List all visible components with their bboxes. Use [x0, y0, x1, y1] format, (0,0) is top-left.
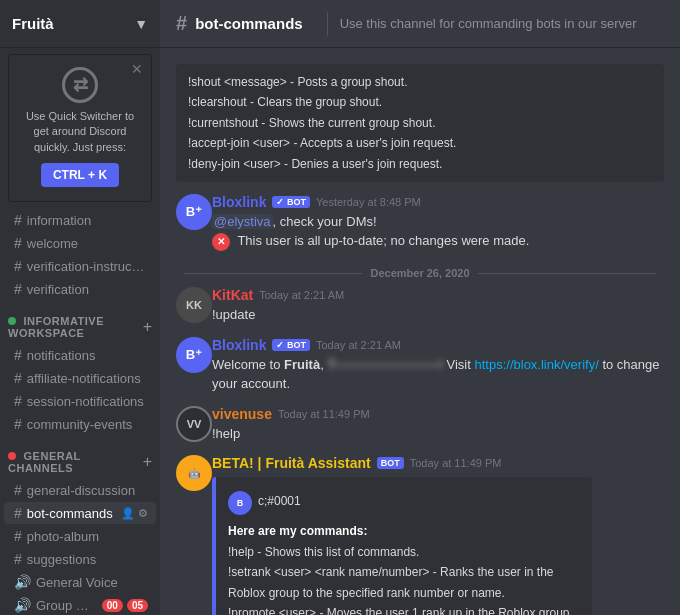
sidebar-item-bot-commands[interactable]: # bot-commands 👤 ⚙ [4, 502, 156, 524]
channel-header-description: Use this channel for commanding bots in … [340, 16, 637, 31]
quick-switcher-button[interactable]: CTRL + K [41, 163, 119, 187]
message-header: Bloxlink ✓ BOT Today at 2:21 AM [212, 337, 664, 353]
header-divider [327, 12, 328, 36]
hash-icon: # [14, 281, 22, 297]
message-author: KitKat [212, 287, 253, 303]
channel-label: affiliate-notifications [27, 371, 148, 386]
channel-label: suggestions [27, 552, 148, 567]
message-timestamp: Today at 2:21 AM [259, 289, 344, 301]
channel-header-name: bot-commands [195, 15, 303, 32]
message-group-beta: 🤖 BETA! | Fruità Assistant BOT Today at … [176, 455, 664, 615]
error-icon: ✕ [212, 233, 230, 251]
close-icon[interactable]: ✕ [131, 61, 143, 77]
mention: @elystiva [212, 214, 273, 229]
server-name: Fruità [12, 15, 54, 32]
message-header: vivenuse Today at 11:49 PM [212, 406, 664, 422]
message-content: vivenuse Today at 11:49 PM !help [212, 406, 664, 444]
channel-label: verification-instructions [27, 259, 148, 274]
hash-icon: # [14, 416, 22, 432]
message-header: Bloxlink ✓ BOT Yesterday at 8:48 PM [212, 194, 664, 210]
avatar: VV [176, 406, 212, 442]
header-hash-icon: # [176, 12, 187, 35]
message-author: Bloxlink [212, 194, 266, 210]
nested-embed: B c;#0001 [228, 491, 580, 515]
message-text-suffix: , check your DMs! [273, 214, 377, 229]
embed-content: Here are my commands: !help - Shows this… [228, 521, 580, 615]
message-header: BETA! | Fruità Assistant BOT Today at 11… [212, 455, 664, 471]
add-channel-icon[interactable]: + [143, 453, 152, 471]
hash-icon: # [14, 482, 22, 498]
quick-switcher-text: Use Quick Switcher to get around Discord… [19, 109, 141, 155]
message-author: vivenuse [212, 406, 272, 422]
channel-label: verification [27, 282, 148, 297]
category-informative-workspace[interactable]: INFORMATIVE WORKSPACE + [0, 301, 160, 343]
sidebar-item-suggestions[interactable]: # suggestions [4, 548, 156, 570]
channel-label: session-notifications [27, 394, 148, 409]
channel-list: # information # welcome # verification-i… [0, 208, 160, 615]
verify-link[interactable]: https://blox.link/verify/ [475, 357, 599, 372]
sidebar-item-group-chat-1[interactable]: 🔊 Group Chat #1 00 05 [4, 594, 156, 615]
server-name-inline: Fruità [284, 357, 320, 372]
channel-label: welcome [27, 236, 148, 251]
command-line: !currentshout - Shows the current group … [188, 113, 652, 133]
sidebar-item-affiliate-notifications[interactable]: # affiliate-notifications [4, 367, 156, 389]
bot-badge: ✓ BOT [272, 196, 310, 208]
message-content: KitKat Today at 2:21 AM !update [212, 287, 664, 325]
command-line: !accept-join <user> - Accepts a user's j… [188, 133, 652, 153]
sidebar-item-session-notifications[interactable]: # session-notifications [4, 390, 156, 412]
channel-action-icons: 👤 ⚙ [121, 507, 148, 520]
hash-icon: # [14, 505, 22, 521]
message-text: !help [212, 424, 664, 444]
bot-badge: BOT [377, 457, 404, 469]
add-channel-icon[interactable]: + [143, 318, 152, 336]
avatar: B⁺ [176, 194, 212, 230]
message-text-2: ✕ This user is all up-to-date; no change… [212, 231, 664, 251]
message-timestamp: Today at 2:21 AM [316, 339, 401, 351]
command-line: !deny-join <user> - Denies a user's join… [188, 154, 652, 174]
channel-label: General Voice [36, 575, 148, 590]
sidebar-item-general-discussion[interactable]: # general-discussion [4, 479, 156, 501]
message-text: @elystiva, check your DMs! [212, 212, 664, 232]
sidebar-item-verification[interactable]: # verification [4, 278, 156, 300]
channel-label: community-events [27, 417, 148, 432]
hash-icon: # [14, 258, 22, 274]
command-line: !shout <message> - Posts a group shout. [188, 72, 652, 92]
avatar: KK [176, 287, 212, 323]
sidebar-item-verification-instructions[interactable]: # verification-instructions [4, 255, 156, 277]
person-icon: 👤 [121, 507, 135, 520]
message-timestamp: Today at 11:49 PM [278, 408, 370, 420]
sidebar-item-notifications[interactable]: # notifications [4, 344, 156, 366]
messages-container[interactable]: !shout <message> - Posts a group shout. … [160, 48, 680, 615]
category-label: GENERAL CHANNELS [8, 450, 143, 474]
hash-icon: # [14, 235, 22, 251]
nested-avatar: B [228, 491, 252, 515]
message-group-vivenuse: VV vivenuse Today at 11:49 PM !help [176, 406, 664, 444]
speaker-icon: 🔊 [14, 574, 31, 590]
hash-icon: # [14, 551, 22, 567]
avatar: 🤖 [176, 455, 212, 491]
sidebar-item-community-events[interactable]: # community-events [4, 413, 156, 435]
avatar-letter: 🤖 [188, 468, 200, 479]
badge-count: 00 [102, 599, 123, 612]
channel-label: bot-commands [27, 506, 119, 521]
blurred-text: T————————! [327, 355, 443, 375]
hash-icon: # [14, 528, 22, 544]
sidebar-item-information[interactable]: # information [4, 209, 156, 231]
sidebar-item-photo-album[interactable]: # photo-album [4, 525, 156, 547]
channel-header: # bot-commands Use this channel for comm… [160, 0, 680, 48]
quick-switcher-icon: ⇄ [19, 67, 141, 103]
embed-prefix-label: c;#0001 [258, 491, 301, 511]
message-group-bloxlink-1: B⁺ Bloxlink ✓ BOT Yesterday at 8:48 PM @… [176, 194, 664, 252]
sidebar-item-welcome[interactable]: # welcome [4, 232, 156, 254]
date-divider: December 26, 2020 [176, 267, 664, 279]
message-text: !update [212, 305, 664, 325]
main-content: # bot-commands Use this channel for comm… [160, 0, 680, 615]
sidebar: Fruità ▼ ✕ ⇄ Use Quick Switcher to get a… [0, 0, 160, 615]
sidebar-item-general-voice[interactable]: 🔊 General Voice [4, 571, 156, 593]
server-header[interactable]: Fruità ▼ [0, 0, 160, 48]
message-timestamp: Yesterday at 8:48 PM [316, 196, 421, 208]
category-general-channels[interactable]: GENERAL CHANNELS + [0, 436, 160, 478]
message-group-kitkat: KK KitKat Today at 2:21 AM !update [176, 287, 664, 325]
message-timestamp: Today at 11:49 PM [410, 457, 502, 469]
gear-icon[interactable]: ⚙ [138, 507, 148, 520]
